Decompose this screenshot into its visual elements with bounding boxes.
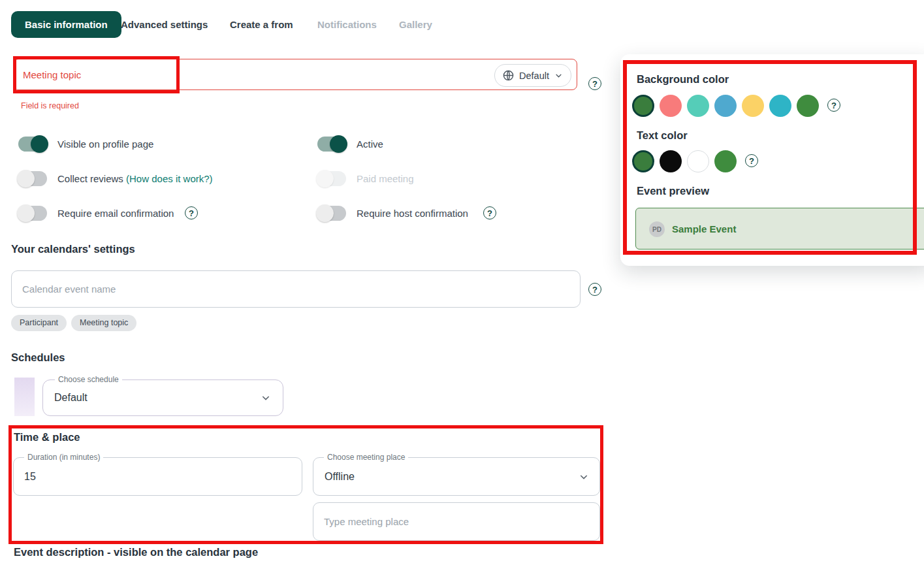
text-color-heading: Text color [637, 129, 688, 142]
toggle-collect-reviews[interactable] [18, 171, 47, 186]
toggle-knob [316, 204, 334, 222]
collect-reviews-text: Collect reviews [57, 173, 123, 184]
schedules-heading: Schedules [11, 351, 65, 364]
require-email-help-icon[interactable]: ? [185, 206, 198, 219]
toggle-knob [17, 204, 35, 222]
choose-schedule-value: Default [54, 392, 88, 404]
toggle-visible-on-profile-label: Visible on profile page [57, 138, 153, 150]
chevron-down-icon [261, 393, 271, 403]
bg-swatch-3[interactable] [687, 95, 709, 117]
toggle-visible-on-profile[interactable] [18, 137, 47, 152]
type-meeting-place-field[interactable] [313, 502, 600, 541]
toggle-active[interactable] [317, 137, 346, 152]
toggle-knob [330, 135, 347, 153]
duration-input[interactable] [14, 458, 302, 495]
type-meeting-place-input[interactable] [313, 503, 599, 540]
language-selector-value: Default [519, 71, 549, 81]
toggle-require-host-label: Require host confirmation [357, 208, 468, 219]
calendar-event-name-input[interactable] [12, 271, 580, 307]
event-preview-title: Sample Event [672, 223, 736, 234]
text-swatch-3[interactable] [687, 150, 709, 172]
event-description-heading: Event description - visible on the calen… [14, 546, 258, 558]
toggle-require-email-label: Require email confirmation [57, 208, 174, 219]
toggle-knob [316, 170, 334, 187]
toggle-require-host[interactable] [317, 206, 346, 221]
meeting-topic-help-icon[interactable]: ? [588, 77, 601, 90]
tab-notifications: Notifications [317, 11, 377, 38]
tab-basic-information[interactable]: Basic information [11, 11, 121, 38]
appearance-panel: Background color ? Text color ? Event pr… [620, 54, 924, 266]
toggle-knob [31, 135, 48, 153]
chip-participant[interactable]: Participant [11, 315, 67, 331]
chevron-down-icon [554, 71, 563, 80]
bg-swatch-4[interactable] [714, 95, 737, 117]
duration-field[interactable]: Duration (in minutes) [13, 457, 302, 496]
choose-meeting-place-select[interactable]: Choose meeting place Offline [313, 457, 600, 496]
bg-swatch-7[interactable] [797, 95, 819, 117]
tab-advanced-settings[interactable]: Advanced settings [121, 11, 208, 38]
globe-icon [503, 70, 514, 81]
meeting-settings-page: Basic information Advanced settings Crea… [0, 0, 924, 565]
text-swatch-4[interactable] [714, 150, 737, 172]
bg-swatch-5[interactable] [742, 95, 764, 117]
background-color-help-icon[interactable]: ? [827, 99, 840, 112]
choose-meeting-place-value: Offline [325, 471, 355, 483]
meeting-topic-field[interactable]: Meeting topic Default [13, 59, 577, 90]
toggle-paid-meeting [317, 171, 346, 186]
background-color-heading: Background color [637, 73, 729, 86]
choose-meeting-place-label: Choose meeting place [324, 453, 408, 462]
require-host-help-icon[interactable]: ? [483, 206, 496, 219]
choose-schedule-label: Choose schedule [55, 375, 122, 384]
time-place-heading: Time & place [14, 431, 80, 444]
meeting-topic-error: Field is required [21, 101, 79, 110]
meeting-topic-label: Meeting topic [23, 69, 81, 80]
toggle-active-label: Active [357, 138, 383, 150]
toggle-collect-reviews-label: Collect reviews (How does it work?) [57, 173, 213, 184]
how-does-it-work-link[interactable]: (How does it work?) [126, 173, 213, 184]
text-swatch-1-selected[interactable] [632, 150, 654, 172]
bg-swatch-2[interactable] [660, 95, 682, 117]
text-color-help-icon[interactable]: ? [745, 154, 758, 167]
bg-swatch-1-selected[interactable] [632, 95, 654, 117]
toggle-paid-meeting-label: Paid meeting [357, 173, 414, 184]
calendar-event-name-field[interactable] [11, 270, 581, 308]
toggle-knob [17, 170, 35, 187]
schedule-color-swatch [14, 378, 35, 416]
choose-schedule-select[interactable]: Choose schedule Default [42, 379, 283, 416]
calendar-event-name-help-icon[interactable]: ? [588, 283, 601, 296]
tab-gallery: Gallery [399, 11, 432, 38]
calendars-settings-heading: Your calendars' settings [11, 243, 135, 255]
language-selector-button[interactable]: Default [494, 64, 571, 87]
toggle-require-email[interactable] [18, 206, 47, 221]
event-preview-avatar: PD [649, 221, 665, 237]
text-swatch-2[interactable] [660, 150, 682, 172]
tab-create-a-from[interactable]: Create a from [230, 11, 293, 38]
bg-swatch-6[interactable] [769, 95, 791, 117]
event-preview-card: PD Sample Event [635, 208, 924, 250]
event-preview-heading: Event preview [637, 185, 709, 197]
chevron-down-icon [579, 472, 589, 482]
chip-meeting-topic[interactable]: Meeting topic [71, 315, 136, 331]
